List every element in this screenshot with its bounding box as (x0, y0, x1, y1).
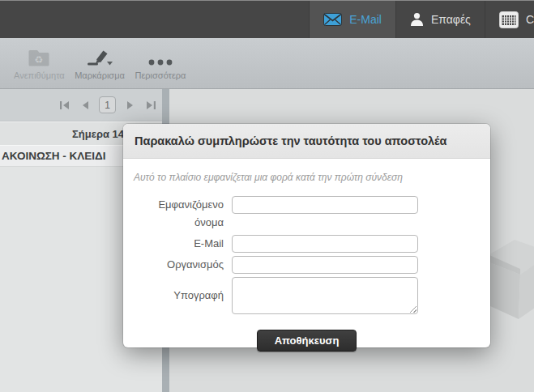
organization-label: Οργανισμός (133, 256, 232, 274)
tab-calendar[interactable]: C (485, 1, 534, 38)
dialog-body: Αυτό το πλαίσιο εμφανίζεται μια φορά κατ… (123, 159, 490, 352)
email-field[interactable] (232, 235, 418, 253)
email-label: E-Mail (133, 235, 232, 253)
junk-button[interactable]: ♻ Ανεπιθύμητα (14, 46, 64, 80)
topbar: E-Mail Επαφές C (0, 0, 534, 38)
last-page-icon[interactable] (143, 98, 158, 113)
tab-contacts[interactable]: Επαφές (395, 1, 485, 38)
signature-label: Υπογραφή (133, 277, 232, 314)
mail-toolbar: ή ♻ Ανεπιθύμητα Μαρκάρισμα (0, 38, 534, 89)
signature-field[interactable] (232, 277, 418, 314)
junk-button-label: Ανεπιθύμητα (14, 70, 64, 80)
more-button[interactable]: Περισσότερα (131, 46, 190, 80)
mark-button-label: Μαρκάρισμα (71, 70, 128, 80)
more-button-label: Περισσότερα (131, 70, 190, 80)
form-row-organization: Οργανισμός (133, 256, 481, 274)
next-page-icon[interactable] (122, 98, 137, 113)
dialog-title: Παρακαλώ συμπληρώστε την ταυτότητα του α… (123, 124, 490, 159)
display-name-label: Εμφανιζόμενο όνομα (133, 196, 232, 232)
current-page-box: 1 (99, 96, 116, 113)
tab-email[interactable]: E-Mail (309, 1, 395, 38)
marker-pen-icon (71, 46, 128, 67)
person-icon (410, 12, 424, 27)
save-button[interactable]: Αποθήκευση (257, 330, 357, 352)
tab-email-label: E-Mail (349, 13, 382, 26)
svg-text:♻: ♻ (35, 54, 44, 66)
organization-field[interactable] (232, 256, 418, 274)
display-name-field[interactable] (232, 196, 418, 214)
form-row-signature: Υπογραφή (133, 277, 481, 314)
tab-contacts-label: Επαφές (431, 13, 471, 26)
junk-folder-icon: ♻ (14, 46, 64, 67)
form-row-display-name: Εμφανιζόμενο όνομα (133, 196, 481, 232)
tab-calendar-label: C (526, 13, 534, 26)
form-row-email: E-Mail (133, 235, 481, 253)
mark-button[interactable]: Μαρκάρισμα (71, 46, 128, 80)
list-pagination: 1 (0, 89, 162, 121)
calendar-icon (499, 11, 519, 28)
prev-page-icon[interactable] (78, 98, 92, 113)
more-dots-icon (131, 46, 190, 67)
first-page-icon[interactable] (57, 98, 71, 113)
dialog-description: Αυτό το πλαίσιο εμφανίζεται μια φορά κατ… (134, 172, 481, 183)
identity-dialog: Παρακαλώ συμπληρώστε την ταυτότητα του α… (123, 124, 490, 347)
envelope-icon (323, 13, 342, 26)
